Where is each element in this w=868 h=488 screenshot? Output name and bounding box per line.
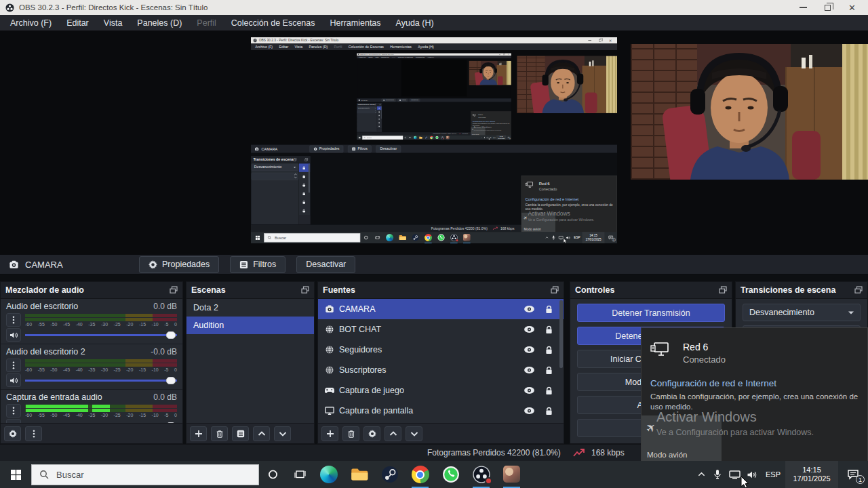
notification-badge: 1 — [856, 475, 865, 484]
eye-icon[interactable] — [524, 386, 535, 394]
restore-button[interactable] — [825, 5, 831, 11]
source-item-camara[interactable]: CAMARA — [318, 299, 564, 319]
language-indicator[interactable]: ESP — [761, 461, 785, 488]
taskbar-app-obs[interactable] — [466, 461, 496, 488]
taskbar-app-photos[interactable] — [496, 461, 527, 488]
clock[interactable]: 14:15 17/01/2025 — [785, 461, 838, 488]
source-item-captura-de-juego[interactable]: Captura de juego — [318, 380, 564, 401]
minimize-button[interactable] — [800, 7, 807, 8]
chevron-up-button[interactable] — [384, 426, 401, 441]
steam-icon — [381, 466, 399, 483]
slider-handle[interactable] — [166, 377, 176, 384]
source-item-captura-de-pantalla[interactable]: Captura de pantalla — [318, 401, 564, 421]
notification-center-button[interactable]: 1 — [838, 461, 868, 488]
taskbar-app-edge[interactable] — [313, 461, 344, 488]
popout-icon[interactable] — [170, 286, 178, 294]
network-settings-link[interactable]: Configuración de red e Internet — [650, 378, 859, 388]
eye-icon[interactable] — [524, 366, 535, 374]
popout-icon[interactable] — [301, 286, 309, 294]
scrollbar[interactable] — [559, 300, 563, 368]
recording-badge — [485, 477, 492, 485]
gear-button[interactable] — [363, 426, 380, 441]
cortana-icon — [267, 469, 279, 480]
mixer-settings-button[interactable] — [4, 426, 21, 441]
tray-overflow-button[interactable] — [693, 461, 709, 488]
slider-handle[interactable] — [166, 331, 176, 339]
panel-title: Mezclador de audio — [5, 285, 84, 295]
menu-archivo-f[interactable]: Archivo (F) — [3, 16, 59, 30]
file-explorer-icon — [351, 466, 368, 483]
channel-menu-button[interactable] — [6, 359, 21, 372]
desactivar-button[interactable]: Desactivar — [296, 256, 355, 273]
lock-icon[interactable] — [545, 386, 553, 395]
source-item-suscriptores[interactable]: Suscriptores — [318, 360, 564, 380]
taskbar-app-steam[interactable] — [374, 461, 405, 488]
airplane-mode-label: Modo avión — [647, 451, 687, 459]
menu-perfil[interactable]: Perfil — [189, 16, 223, 30]
taskbar-app-file-explorer[interactable] — [344, 461, 374, 488]
trash-button[interactable] — [211, 426, 228, 441]
panel-title: Transiciones de escena — [741, 285, 835, 295]
cortana-button[interactable] — [259, 461, 286, 488]
detener-transmisi-n-button[interactable]: Detener Transmisión — [577, 304, 725, 322]
channel-menu-button[interactable] — [6, 404, 21, 418]
volume-slider[interactable] — [25, 376, 177, 385]
add-button[interactable] — [321, 426, 338, 441]
channel-db-value: 0.0 dB — [153, 392, 177, 404]
airplane-mode-tile[interactable]: ✈ Modo avión — [642, 415, 722, 463]
menu-vista[interactable]: Vista — [96, 16, 130, 30]
source-item-seguidores[interactable]: Seguidores — [318, 340, 564, 360]
propiedades-button[interactable]: Propiedades — [139, 256, 219, 273]
channel-menu-button[interactable] — [6, 313, 21, 327]
search-input[interactable] — [55, 469, 251, 481]
taskbar-search-box[interactable] — [31, 464, 259, 485]
popout-icon[interactable] — [719, 286, 727, 294]
lock-icon[interactable] — [545, 407, 553, 415]
filter-button[interactable] — [232, 426, 249, 441]
lock-icon[interactable] — [545, 366, 553, 375]
source-item-bot-chat[interactable]: BOT CHAT — [318, 319, 564, 340]
close-button[interactable]: ✕ — [848, 3, 856, 12]
mixer-channel-audio-del-escritorio: Audio del escritorio0.0 dB-60-55-50-45-4… — [1, 299, 182, 344]
window-title: OBS 30.2.3 - Perfil: Directos Kick - Esc… — [19, 3, 208, 12]
transition-select[interactable]: Desvanecimiento — [743, 304, 861, 321]
start-button[interactable] — [0, 461, 31, 488]
lock-icon[interactable] — [545, 305, 553, 314]
lock-icon[interactable] — [545, 346, 553, 354]
meter-scale: -60-55-50-45-40-35-30-25-20-15-10-50 — [25, 367, 177, 372]
eye-icon[interactable] — [524, 325, 535, 333]
chevron-up-button[interactable] — [253, 426, 270, 441]
menu-editar[interactable]: Editar — [59, 16, 96, 30]
task-view-button[interactable] — [286, 461, 313, 488]
chevron-down-button[interactable] — [274, 426, 291, 441]
dropped-frames-status: Fotogramas Perdidos 42200 (81.0%) — [427, 448, 561, 458]
menu-ayuda-h[interactable]: Ayuda (H) — [389, 16, 441, 30]
popout-icon[interactable] — [854, 286, 863, 294]
taskbar-app-whatsapp[interactable] — [435, 461, 466, 488]
scene-item-audition[interactable]: Audition — [186, 317, 314, 334]
dots-vertical-icon — [12, 361, 15, 369]
eye-icon[interactable] — [524, 407, 535, 415]
microphone-tray-icon[interactable] — [709, 461, 726, 488]
menu-herramientas[interactable]: Herramientas — [323, 16, 389, 30]
preview-canvas[interactable]: OBS 30.2.3 - Perfil: Directos Kick - Esc… — [0, 30, 868, 254]
filtros-button[interactable]: Filtros — [230, 256, 285, 273]
volume-slider[interactable] — [25, 331, 177, 340]
menu-colecci-n-de-escenas[interactable]: Colección de Escenas — [224, 16, 323, 30]
scene-item-dota-2[interactable]: Dota 2 — [186, 299, 314, 317]
eye-icon[interactable] — [524, 346, 535, 354]
eye-icon[interactable] — [524, 305, 535, 313]
menu-paneles-d[interactable]: Paneles (D) — [130, 16, 189, 30]
trash-button[interactable] — [342, 426, 359, 441]
chevron-down-button[interactable] — [406, 426, 422, 441]
chevron-up-icon — [389, 430, 397, 438]
gear-icon — [9, 430, 17, 438]
mute-button[interactable] — [6, 328, 21, 342]
popout-icon[interactable] — [551, 286, 559, 294]
add-button[interactable] — [190, 426, 207, 441]
mixer-menu-button[interactable] — [25, 426, 42, 441]
mute-button[interactable] — [6, 373, 21, 387]
trash-icon — [216, 430, 224, 438]
taskbar-app-chrome[interactable] — [405, 461, 435, 488]
lock-icon[interactable] — [545, 325, 553, 334]
